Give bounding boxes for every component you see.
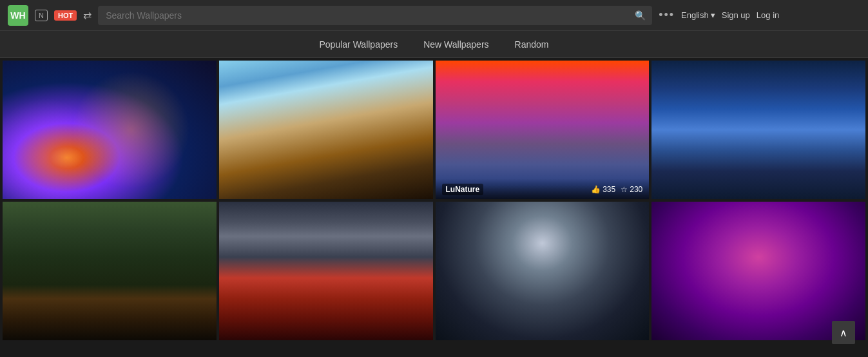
nav-popular[interactable]: Popular Wallpapers [320,34,398,55]
shuffle-button[interactable]: ⇄ [83,9,92,21]
wallpaper-gallery: LuNature 👍 335 ☆ 230 [0,58,868,343]
wallpaper-thumb[interactable] [651,202,865,340]
search-wrapper: 🔍 [98,6,652,25]
scroll-to-top-button[interactable]: ∧ [832,321,855,343]
thumbs-up-icon: 👍 [591,185,601,194]
wallpaper-thumb[interactable]: LuNature 👍 335 ☆ 230 [436,61,650,199]
new-badge[interactable]: N [35,10,48,21]
wallpaper-author: LuNature [442,184,484,195]
like-count: 👍 335 [591,185,615,194]
wallpaper-image [3,202,217,340]
wallpaper-stats: 👍 335 ☆ 230 [591,185,642,194]
wallpaper-thumb[interactable] [219,61,433,199]
site-logo[interactable]: WH [8,5,28,26]
chevron-down-icon: ▾ [711,10,715,20]
wallpaper-thumb[interactable] [436,202,650,340]
wallpaper-image [3,61,217,199]
nav-new[interactable]: New Wallpapers [423,34,488,55]
fav-number: 230 [630,185,642,194]
signup-button[interactable]: Sign up [722,10,750,20]
star-icon: ☆ [621,185,628,194]
wallpaper-image [651,61,865,199]
wallpaper-image [219,61,433,199]
login-button[interactable]: Log in [757,10,779,20]
fav-count: ☆ 230 [621,185,642,194]
hot-badge[interactable]: HOT [54,10,77,21]
like-number: 335 [603,185,615,194]
search-icon[interactable]: 🔍 [635,10,646,21]
language-label: English [681,10,709,20]
wallpaper-image [436,202,650,340]
wallpaper-thumb[interactable] [651,61,865,199]
header: WH N HOT ⇄ 🔍 ••• English ▾ Sign up Log i… [0,0,868,31]
main-nav: Popular Wallpapers New Wallpapers Random [0,31,868,58]
wallpaper-thumb[interactable] [3,202,217,340]
more-options-button[interactable]: ••• [659,8,675,22]
language-selector[interactable]: English ▾ [681,10,715,20]
search-input[interactable] [98,6,652,25]
wallpaper-image [219,202,433,340]
wallpaper-overlay: LuNature 👍 335 ☆ 230 [436,179,650,199]
wallpaper-thumb[interactable] [3,61,217,199]
wallpaper-thumb[interactable] [219,202,433,340]
wallpaper-image [651,202,865,340]
nav-random[interactable]: Random [515,34,549,55]
